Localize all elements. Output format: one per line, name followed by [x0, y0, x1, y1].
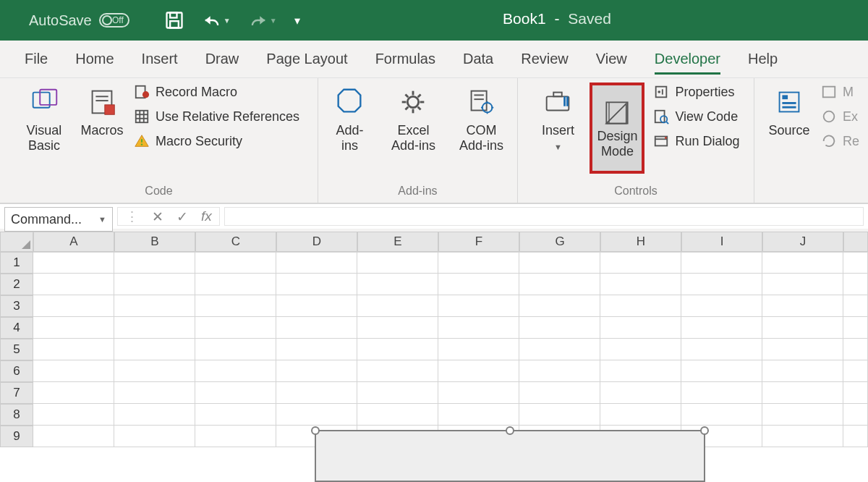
- cell[interactable]: [195, 404, 276, 426]
- cell[interactable]: [276, 360, 357, 382]
- cell[interactable]: [195, 382, 276, 404]
- cell[interactable]: [681, 317, 762, 339]
- col-header[interactable]: E: [357, 232, 438, 252]
- cell[interactable]: [33, 426, 114, 447]
- cell[interactable]: [33, 274, 114, 295]
- cell[interactable]: [681, 274, 762, 295]
- cell[interactable]: [762, 426, 843, 447]
- cell[interactable]: [600, 295, 681, 317]
- cell[interactable]: [276, 317, 357, 339]
- cell[interactable]: [114, 426, 195, 447]
- row-header[interactable]: 5: [0, 339, 33, 360]
- save-button[interactable]: [164, 10, 184, 30]
- cell[interactable]: [276, 295, 357, 317]
- cell[interactable]: [114, 274, 195, 295]
- cell[interactable]: [276, 252, 357, 274]
- select-all-corner[interactable]: [0, 232, 33, 252]
- col-header[interactable]: [843, 232, 868, 252]
- cell[interactable]: [519, 404, 600, 426]
- cell[interactable]: [438, 317, 519, 339]
- cell[interactable]: [195, 252, 276, 274]
- cell[interactable]: [114, 382, 195, 404]
- tab-review[interactable]: Review: [521, 43, 569, 75]
- cell[interactable]: [195, 274, 276, 295]
- cell[interactable]: [600, 317, 681, 339]
- cell[interactable]: [357, 252, 438, 274]
- excel-addins-button[interactable]: Excel Add-ins: [387, 83, 439, 153]
- cell[interactable]: [681, 360, 762, 382]
- cell[interactable]: [276, 382, 357, 404]
- cell[interactable]: [843, 426, 868, 447]
- cell[interactable]: [843, 360, 868, 382]
- cell[interactable]: [843, 339, 868, 360]
- cell[interactable]: [762, 360, 843, 382]
- cell[interactable]: [762, 252, 843, 274]
- cell[interactable]: [114, 404, 195, 426]
- cell[interactable]: [519, 360, 600, 382]
- cell[interactable]: [600, 339, 681, 360]
- cell[interactable]: [438, 274, 519, 295]
- cell[interactable]: [681, 295, 762, 317]
- cell[interactable]: [519, 295, 600, 317]
- col-header[interactable]: I: [681, 232, 762, 252]
- use-relative-references-button[interactable]: Use Relative References: [134, 109, 299, 124]
- tab-data[interactable]: Data: [463, 43, 493, 75]
- design-mode-button[interactable]: Design Mode: [592, 85, 642, 171]
- col-header[interactable]: A: [33, 232, 114, 252]
- cell[interactable]: [114, 295, 195, 317]
- cell[interactable]: [681, 382, 762, 404]
- cell[interactable]: [519, 274, 600, 295]
- cell[interactable]: [438, 339, 519, 360]
- cell[interactable]: [33, 382, 114, 404]
- tab-file[interactable]: File: [25, 43, 48, 75]
- expansion-packs-button[interactable]: Ex: [821, 109, 859, 124]
- more-options-icon[interactable]: ⋮: [125, 208, 139, 225]
- cell[interactable]: [114, 360, 195, 382]
- cell[interactable]: [195, 317, 276, 339]
- cell[interactable]: [33, 339, 114, 360]
- cell[interactable]: [357, 360, 438, 382]
- col-header[interactable]: G: [519, 232, 600, 252]
- col-header[interactable]: C: [195, 232, 276, 252]
- cell[interactable]: [519, 252, 600, 274]
- row-header[interactable]: 6: [0, 360, 33, 382]
- autosave-toggle[interactable]: AutoSave Off: [29, 12, 129, 29]
- col-header[interactable]: F: [438, 232, 519, 252]
- cell[interactable]: [600, 382, 681, 404]
- cell[interactable]: [843, 404, 868, 426]
- cell[interactable]: [762, 339, 843, 360]
- cell[interactable]: [114, 252, 195, 274]
- cell[interactable]: [600, 404, 681, 426]
- name-box[interactable]: Command... ▼: [4, 207, 113, 232]
- insert-control-button[interactable]: Insert ▼: [532, 83, 584, 151]
- cell[interactable]: [195, 360, 276, 382]
- row-header[interactable]: 1: [0, 252, 33, 274]
- tab-draw[interactable]: Draw: [205, 43, 239, 75]
- run-dialog-button[interactable]: Run Dialog: [653, 133, 739, 149]
- macro-security-button[interactable]: Macro Security: [134, 133, 299, 149]
- cell[interactable]: [843, 295, 868, 317]
- resize-handle[interactable]: [700, 426, 709, 435]
- fx-icon[interactable]: fx: [201, 208, 212, 224]
- cell[interactable]: [114, 339, 195, 360]
- cell[interactable]: [843, 274, 868, 295]
- cell[interactable]: [762, 317, 843, 339]
- row-header[interactable]: 9: [0, 426, 33, 447]
- row-header[interactable]: 2: [0, 274, 33, 295]
- cell[interactable]: [762, 274, 843, 295]
- resize-handle[interactable]: [506, 426, 514, 435]
- cell[interactable]: [519, 382, 600, 404]
- cell[interactable]: [357, 295, 438, 317]
- tab-page-layout[interactable]: Page Layout: [266, 43, 347, 75]
- tab-view[interactable]: View: [596, 43, 627, 75]
- cell[interactable]: [600, 252, 681, 274]
- chevron-down-icon[interactable]: ▼: [98, 215, 106, 224]
- source-button[interactable]: Source: [763, 83, 815, 138]
- macros-button[interactable]: Macros: [76, 83, 128, 138]
- cell[interactable]: [519, 317, 600, 339]
- embedded-command-button[interactable]: [315, 430, 705, 482]
- tab-help[interactable]: Help: [748, 43, 778, 75]
- com-addins-button[interactable]: COM Add-ins: [451, 83, 511, 153]
- visual-basic-button[interactable]: Visual Basic: [18, 83, 70, 153]
- cell[interactable]: [357, 317, 438, 339]
